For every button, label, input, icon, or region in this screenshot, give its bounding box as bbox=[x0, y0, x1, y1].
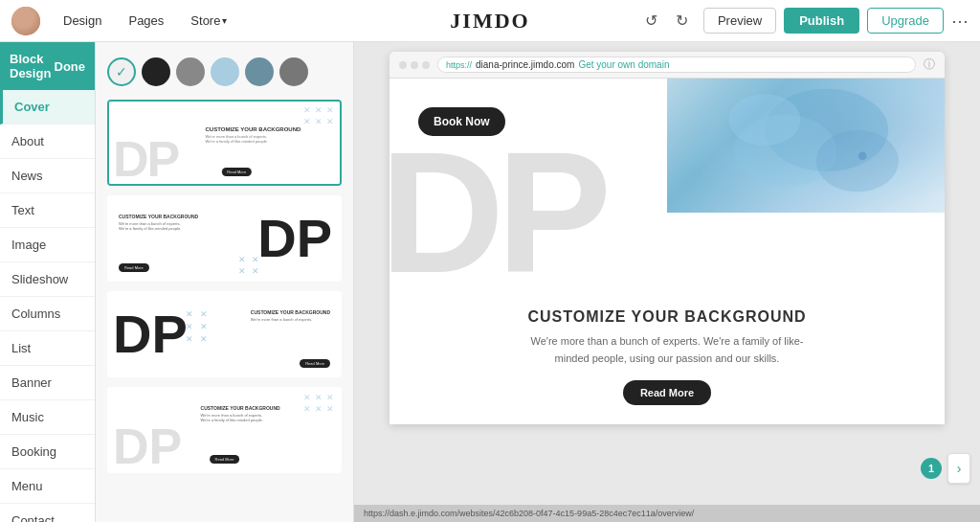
sidebar: Block Design Done Cover About News Text … bbox=[0, 42, 96, 522]
browser-mockup: https:// diana-prince.jimdo.com Get your… bbox=[390, 52, 945, 424]
swatch-dark[interactable] bbox=[142, 57, 170, 86]
sidebar-item-menu[interactable]: Menu bbox=[0, 469, 95, 504]
svg-point-4 bbox=[858, 151, 867, 160]
preview-button[interactable]: Preview bbox=[703, 8, 776, 34]
sidebar-item-booking[interactable]: Booking bbox=[0, 435, 95, 469]
sidebar-done-button[interactable]: Done bbox=[55, 59, 86, 74]
status-url: https://dash.e.jimdo.com/websites/42c6b2… bbox=[364, 509, 694, 518]
browser-dot-1 bbox=[399, 61, 407, 69]
block-card-3-content-text: CUSTOMIZE YOUR BACKGROUND We're more tha… bbox=[251, 309, 330, 322]
undo-button[interactable]: ↺ bbox=[638, 8, 665, 34]
nav-tab-store[interactable]: Store ▾ bbox=[179, 8, 238, 34]
url-cta-link[interactable]: Get your own domain bbox=[578, 59, 669, 70]
sidebar-header: Block Design Done bbox=[0, 42, 95, 90]
block-card-3[interactable]: DP ✕✕ ✕✕ ✕✕ CUSTOMIZE YOUR BACKGROUND We… bbox=[107, 291, 342, 377]
swatch-light[interactable]: ✓ bbox=[107, 57, 136, 86]
block-card-4[interactable]: DP CUSTOMIZE YOUR BACKGROUND We're more … bbox=[107, 387, 342, 473]
url-domain: diana-prince.jimdo.com bbox=[476, 59, 574, 70]
hero-section: DP ✕✕✕✕✕ ✕✕✕✕✕ ✕✕✕✕✕ ✕✕✕✕✕ bbox=[390, 79, 945, 289]
svg-point-3 bbox=[728, 94, 800, 146]
browser-info-icon[interactable]: ⓘ bbox=[924, 57, 935, 73]
notification-bubble: 1 bbox=[921, 458, 942, 479]
preview-area: https:// diana-prince.jimdo.com Get your… bbox=[354, 42, 980, 522]
sidebar-item-cover[interactable]: Cover bbox=[0, 90, 95, 125]
swatch-blue-gray[interactable] bbox=[245, 57, 274, 86]
publish-button[interactable]: Publish bbox=[784, 8, 859, 34]
sidebar-item-news[interactable]: News bbox=[0, 159, 95, 193]
browser-url-bar: https:// diana-prince.jimdo.com Get your… bbox=[437, 57, 916, 73]
hero-book-button[interactable]: Book Now bbox=[418, 107, 505, 136]
browser-bar: https:// diana-prince.jimdo.com Get your… bbox=[390, 52, 945, 79]
sidebar-item-about[interactable]: About bbox=[0, 125, 95, 159]
block-card-1[interactable]: DP CUSTOMIZE YOUR BACKGROUND We're more … bbox=[107, 100, 342, 186]
status-bar: https://dash.e.jimdo.com/websites/42c6b2… bbox=[354, 505, 980, 522]
sidebar-items-list: Cover About News Text Image Slideshow Co… bbox=[0, 90, 95, 522]
block-design-panel: ✓ DP CUSTOMIZE YOUR BACKGROUND We're mor… bbox=[96, 42, 354, 522]
more-options-button[interactable]: ⋯ bbox=[951, 11, 969, 32]
block-card-1-crosses: ✕✕✕ ✕✕✕ bbox=[303, 105, 336, 126]
preview-indicators: 1 › bbox=[921, 453, 970, 484]
hero-dp-watermark: DP bbox=[390, 126, 604, 289]
content-title: CUSTOMIZE YOUR BACKGROUND bbox=[428, 308, 906, 326]
sidebar-item-text[interactable]: Text bbox=[0, 193, 95, 228]
sidebar-item-image[interactable]: Image bbox=[0, 228, 95, 262]
sidebar-item-columns[interactable]: Columns bbox=[0, 297, 95, 331]
swatch-light-blue[interactable] bbox=[211, 57, 239, 86]
redo-button[interactable]: ↻ bbox=[669, 8, 696, 34]
svg-point-2 bbox=[816, 130, 899, 193]
color-swatches-row: ✓ bbox=[107, 54, 342, 90]
block-card-2-button: Read More bbox=[119, 263, 149, 272]
swatch-gray[interactable] bbox=[279, 57, 308, 86]
block-card-4-button: Read More bbox=[210, 455, 240, 464]
nav-tab-pages[interactable]: Pages bbox=[117, 8, 175, 34]
block-card-1-button: Read More bbox=[221, 168, 252, 176]
block-card-3-button: Read More bbox=[300, 359, 330, 368]
undo-redo-group: ↺ ↻ bbox=[638, 8, 696, 34]
check-icon: ✓ bbox=[116, 64, 127, 79]
browser-content: DP ✕✕✕✕✕ ✕✕✕✕✕ ✕✕✕✕✕ ✕✕✕✕✕ bbox=[390, 79, 945, 424]
nav-right-actions: ↺ ↻ Preview Publish Upgrade ⋯ bbox=[638, 8, 969, 34]
block-card-1-dp-text: DP bbox=[113, 134, 178, 184]
block-card-3-dp-text: DP bbox=[113, 307, 188, 361]
app-logo: JIMDO bbox=[450, 9, 529, 34]
browser-dots bbox=[399, 61, 430, 69]
sidebar-item-banner[interactable]: Banner bbox=[0, 366, 95, 400]
sidebar-item-music[interactable]: Music bbox=[0, 400, 95, 435]
block-card-4-crosses: ✕✕✕ ✕✕✕ bbox=[303, 393, 336, 414]
upgrade-button[interactable]: Upgrade bbox=[867, 8, 944, 34]
block-card-2-crosses: ✕✕ ✕✕ bbox=[238, 255, 263, 276]
block-card-4-content-text: CUSTOMIZE YOUR BACKGROUND We're more tha… bbox=[201, 405, 280, 422]
user-avatar[interactable] bbox=[11, 7, 40, 35]
content-read-more-button[interactable]: Read More bbox=[623, 380, 711, 405]
main-layout: Block Design Done Cover About News Text … bbox=[0, 42, 980, 522]
sidebar-item-contact[interactable]: Contact bbox=[0, 504, 95, 522]
expand-arrow-button[interactable]: › bbox=[947, 453, 970, 484]
sidebar-item-list[interactable]: List bbox=[0, 331, 95, 366]
sidebar-title: Block Design bbox=[10, 52, 55, 80]
block-card-2-dp-text: DP bbox=[257, 212, 332, 265]
browser-dot-2 bbox=[411, 61, 418, 69]
swatch-medium-gray[interactable] bbox=[176, 57, 205, 86]
sidebar-item-slideshow[interactable]: Slideshow bbox=[0, 262, 95, 297]
hero-watercolor-image bbox=[667, 79, 945, 213]
content-section: CUSTOMIZE YOUR BACKGROUND We're more tha… bbox=[390, 289, 945, 424]
url-https-icon: https:// bbox=[446, 60, 472, 70]
block-card-1-content-text: CUSTOMIZE YOUR BACKGROUND We're more tha… bbox=[206, 126, 301, 144]
nav-tab-design[interactable]: Design bbox=[52, 8, 113, 34]
block-card-4-dp-text: DP bbox=[113, 421, 182, 471]
nav-tabs: Design Pages Store ▾ bbox=[52, 8, 238, 34]
top-navigation: Design Pages Store ▾ JIMDO ↺ ↻ Preview P… bbox=[0, 0, 980, 42]
browser-dot-3 bbox=[422, 61, 430, 69]
block-card-3-crosses: ✕✕ ✕✕ ✕✕ bbox=[186, 309, 212, 344]
content-description: We're more than a bunch of experts. We'r… bbox=[523, 333, 811, 367]
block-card-2[interactable]: DP CUSTOMIZE YOUR BACKGROUND We're more … bbox=[107, 195, 342, 282]
block-card-2-content-text: CUSTOMIZE YOUR BACKGROUND We're more tha… bbox=[119, 214, 198, 231]
